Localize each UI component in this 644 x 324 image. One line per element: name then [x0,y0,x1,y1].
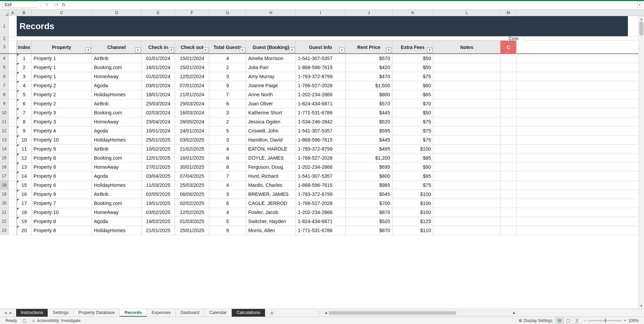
fx-icon[interactable]: fx [61,2,67,7]
separator [40,2,41,8]
app-top-border [0,0,644,1]
name-box-wrap[interactable]: ▾ [2,1,37,8]
formula-input[interactable] [69,1,635,8]
cancel-icon[interactable]: ✕ [44,2,50,7]
confirm-icon[interactable]: ✓ [52,2,59,7]
formula-bar-expand-icon[interactable]: ▾ [637,1,642,8]
formula-bar-row: ▾ ✕ ✓ fx ▾ [0,0,644,9]
